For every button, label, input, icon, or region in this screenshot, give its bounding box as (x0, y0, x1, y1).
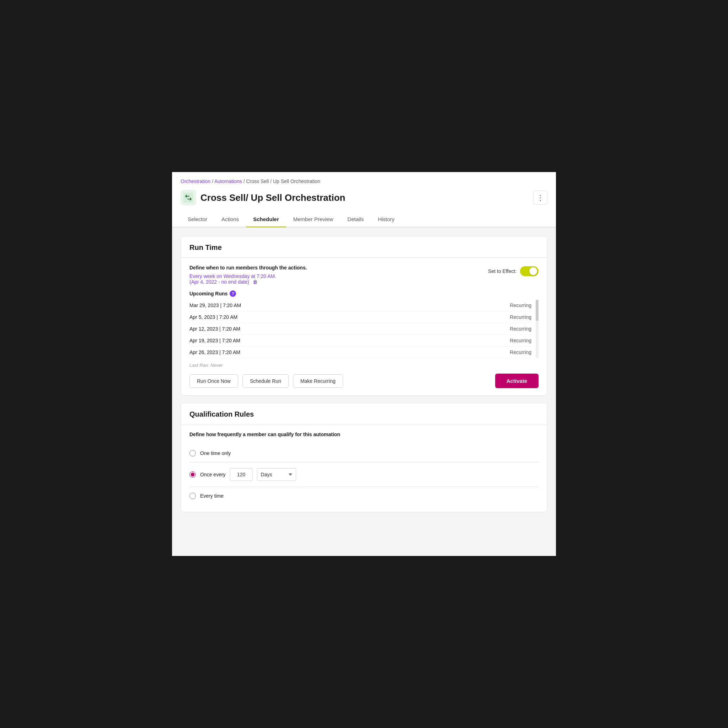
run-time-card: Run Time Define when to run members thro… (180, 236, 548, 396)
runs-list: Mar 29, 2023 | 7:20 AM Recurring Apr 5, … (190, 300, 538, 358)
run-row: Apr 19, 2023 | 7:20 AM Recurring (190, 335, 531, 347)
schedule-link[interactable]: Every week on Wednesday at 7:20 AM. (Apr… (190, 273, 488, 285)
run-date: Apr 12, 2023 | 7:20 AM (190, 326, 240, 332)
run-date: Apr 5, 2023 | 7:20 AM (190, 314, 237, 320)
schedule-actions-row: Define when to run members through the a… (190, 265, 538, 285)
breadcrumb: Orchestration / Automations / Cross Sell… (172, 172, 556, 187)
run-type: Recurring (510, 349, 531, 355)
radio-group: One time only Once every Days Weeks Mont… (190, 444, 538, 505)
tab-member-preview[interactable]: Member Preview (286, 213, 341, 228)
run-type: Recurring (510, 326, 531, 332)
tab-details[interactable]: Details (340, 213, 371, 228)
set-to-effect-label: Set to Effect: (488, 268, 517, 274)
run-buttons-row: Run Once Now Schedule Run Make Recurring… (190, 373, 538, 388)
breadcrumb-orchestration[interactable]: Orchestration (180, 179, 210, 184)
more-options-button[interactable]: ⋮ (533, 191, 548, 205)
one-time-label: One time only (200, 450, 231, 456)
every-time-radio[interactable] (190, 492, 196, 499)
set-to-effect-toggle[interactable] (520, 266, 538, 276)
once-every-row: Once every Days Weeks Months (190, 468, 296, 481)
one-time-radio[interactable] (190, 450, 196, 456)
qual-define-label: Define how frequently a member can quali… (190, 431, 538, 437)
delete-schedule-icon[interactable]: 🗑 (253, 279, 258, 285)
tabs-nav: Selector Actions Scheduler Member Previe… (172, 208, 556, 228)
set-to-effect: Set to Effect: (488, 266, 538, 276)
days-select[interactable]: Days Weeks Months (257, 468, 296, 481)
activate-button[interactable]: Activate (495, 373, 538, 388)
run-row: Mar 29, 2023 | 7:20 AM Recurring (190, 300, 531, 311)
content-area: Run Time Define when to run members thro… (172, 228, 556, 521)
run-date: Apr 26, 2023 | 7:20 AM (190, 349, 240, 355)
every-time-label: Every time (200, 493, 223, 499)
upcoming-runs-label: Upcoming Runs ? (190, 291, 538, 297)
upcoming-runs-section: Upcoming Runs ? Mar 29, 2023 | 7:20 AM R… (190, 291, 538, 358)
run-type: Recurring (510, 314, 531, 320)
run-date: Mar 29, 2023 | 7:20 AM (190, 303, 241, 308)
run-row: Apr 5, 2023 | 7:20 AM Recurring (190, 311, 531, 323)
run-once-now-button[interactable]: Run Once Now (190, 374, 238, 388)
run-time-header: Run Time (181, 236, 547, 258)
schedule-line2: (Apr 4, 2022 - no end date) 🗑 (190, 279, 488, 285)
run-time-title: Run Time (190, 243, 538, 252)
scrollbar-track (536, 300, 538, 358)
schedule-info: Define when to run members through the a… (190, 265, 488, 285)
breadcrumb-automations[interactable]: Automations (214, 179, 242, 184)
last-ran: Last Ran: Never (190, 362, 538, 368)
tab-actions[interactable]: Actions (214, 213, 246, 228)
radio-row-every-time: Every time (190, 487, 538, 505)
run-row: Apr 26, 2023 | 7:20 AM Recurring (190, 347, 531, 358)
page-header: Cross Sell/ Up Sell Orchestration ⋮ (172, 187, 556, 205)
toggle-knob (529, 267, 537, 275)
tab-scheduler[interactable]: Scheduler (246, 213, 286, 228)
tab-selector[interactable]: Selector (180, 213, 214, 228)
qualification-rules-card: Qualification Rules Define how frequentl… (180, 403, 548, 512)
run-row: Apr 12, 2023 | 7:20 AM Recurring (190, 323, 531, 335)
upcoming-runs-info-icon[interactable]: ? (229, 291, 236, 297)
radio-row-once-every: Once every Days Weeks Months (190, 462, 538, 487)
qualification-rules-body: Define how frequently a member can quali… (181, 424, 547, 512)
svg-rect-0 (184, 193, 193, 203)
once-every-number-input[interactable] (230, 468, 253, 481)
once-every-radio[interactable] (190, 471, 196, 478)
qualification-rules-title: Qualification Rules (190, 410, 538, 418)
once-every-label: Once every (200, 472, 226, 477)
tab-history[interactable]: History (371, 213, 402, 228)
page-icon (180, 190, 196, 205)
qualification-rules-header: Qualification Rules (181, 403, 547, 424)
run-type: Recurring (510, 303, 531, 308)
scrollbar-thumb[interactable] (536, 300, 538, 321)
run-buttons-left: Run Once Now Schedule Run Make Recurring (190, 374, 343, 388)
run-type: Recurring (510, 338, 531, 343)
radio-row-one-time: One time only (190, 444, 538, 462)
breadcrumb-current: / Cross Sell / Up Sell Orchestration (243, 179, 320, 184)
run-time-body: Define when to run members through the a… (181, 258, 547, 395)
schedule-line1: Every week on Wednesday at 7:20 AM. (190, 273, 488, 279)
page-title: Cross Sell/ Up Sell Orchestration (200, 192, 345, 203)
page-title-area: Cross Sell/ Up Sell Orchestration (180, 190, 345, 205)
make-recurring-button[interactable]: Make Recurring (293, 374, 343, 388)
schedule-run-button[interactable]: Schedule Run (242, 374, 289, 388)
define-when-label: Define when to run members through the a… (190, 265, 488, 271)
run-date: Apr 19, 2023 | 7:20 AM (190, 338, 240, 343)
